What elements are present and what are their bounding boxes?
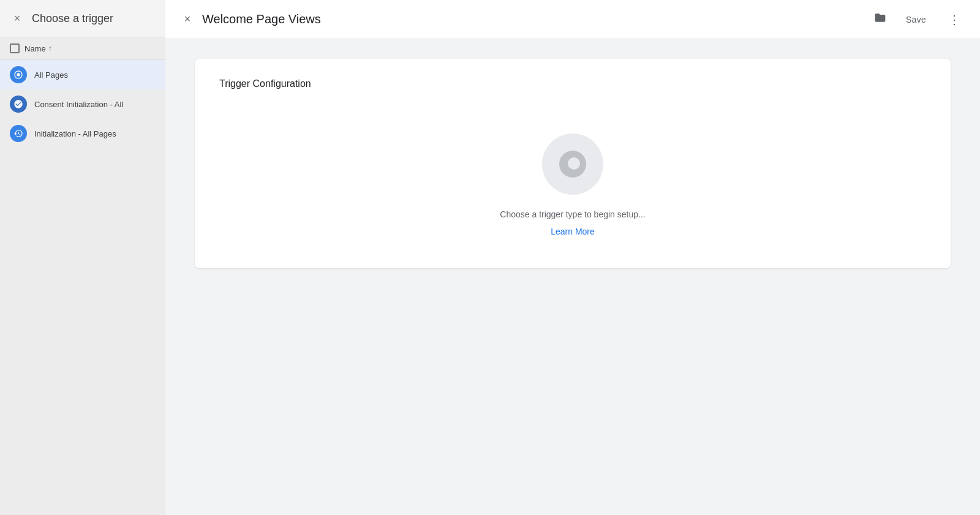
right-panel: × Welcome Page Views Save ⋮ Trigger Conf…: [165, 0, 980, 515]
right-close-button[interactable]: ×: [180, 12, 195, 27]
learn-more-link[interactable]: Learn More: [551, 227, 595, 236]
list-item-initialization[interactable]: Initialization - All Pages: [0, 119, 165, 148]
all-pages-icon: [10, 66, 27, 83]
right-panel-title: Welcome Page Views: [202, 12, 867, 26]
list-item-consent-initialization[interactable]: Consent Initialization - All: [0, 89, 165, 119]
card-body: Choose a trigger type to begin setup... …: [219, 109, 926, 249]
left-header: × Choose a trigger: [0, 0, 165, 37]
consent-initialization-label: Consent Initialization - All: [34, 100, 123, 109]
folder-icon[interactable]: [874, 12, 886, 27]
more-options-button[interactable]: ⋮: [943, 9, 965, 31]
consent-icon: [10, 96, 27, 113]
trigger-placeholder-icon: [542, 133, 603, 195]
list-header: Name ↑: [0, 37, 165, 60]
all-pages-label: All Pages: [34, 70, 68, 80]
trigger-config-card: Trigger Configuration Choose a trigger t…: [195, 59, 951, 268]
initialization-icon: [10, 125, 27, 142]
sort-arrow-icon: ↑: [48, 44, 52, 53]
svg-point-0: [17, 73, 20, 76]
save-button[interactable]: Save: [894, 10, 938, 29]
trigger-list: All Pages Consent Initialization - All I…: [0, 60, 165, 148]
right-header: × Welcome Page Views Save ⋮: [165, 0, 980, 39]
right-content: Trigger Configuration Choose a trigger t…: [165, 39, 980, 515]
card-title: Trigger Configuration: [219, 78, 926, 89]
left-close-button[interactable]: ×: [10, 11, 24, 26]
list-item-all-pages[interactable]: All Pages: [0, 60, 165, 89]
left-panel-title: Choose a trigger: [32, 12, 113, 25]
trigger-placeholder-inner: [559, 151, 586, 178]
select-all-checkbox[interactable]: [10, 43, 20, 53]
name-column-header[interactable]: Name ↑: [24, 44, 52, 53]
initialization-all-pages-label: Initialization - All Pages: [34, 129, 116, 138]
left-panel: × Choose a trigger Name ↑ All Pages: [0, 0, 165, 515]
placeholder-text: Choose a trigger type to begin setup...: [500, 209, 645, 219]
header-actions: Save ⋮: [894, 9, 965, 31]
